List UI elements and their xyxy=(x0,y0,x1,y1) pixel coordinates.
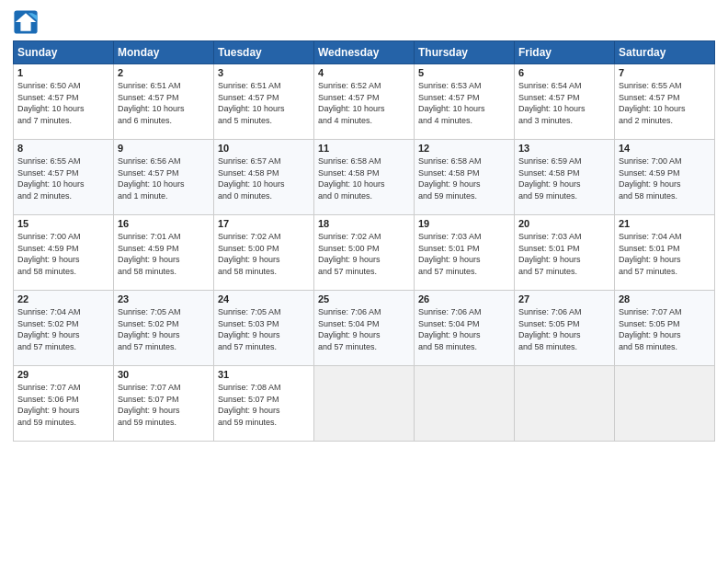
day-info: Sunrise: 6:58 AM Sunset: 4:58 PM Dayligh… xyxy=(418,155,510,201)
day-info: Sunrise: 7:00 AM Sunset: 4:59 PM Dayligh… xyxy=(17,231,109,277)
col-header-saturday: Saturday xyxy=(615,41,715,64)
calendar-cell: 27Sunrise: 7:06 AM Sunset: 5:05 PM Dayli… xyxy=(515,291,615,366)
calendar-cell: 1Sunrise: 6:50 AM Sunset: 4:57 PM Daylig… xyxy=(14,64,114,140)
day-number: 10 xyxy=(218,143,310,154)
logo-icon xyxy=(13,9,39,35)
col-header-tuesday: Tuesday xyxy=(214,41,314,64)
day-number: 26 xyxy=(418,293,510,304)
calendar-cell: 19Sunrise: 7:03 AM Sunset: 5:01 PM Dayli… xyxy=(415,215,515,291)
day-info: Sunrise: 7:05 AM Sunset: 5:03 PM Dayligh… xyxy=(218,306,310,352)
calendar-cell xyxy=(314,366,415,442)
calendar-week-5: 29Sunrise: 7:07 AM Sunset: 5:06 PM Dayli… xyxy=(14,366,715,442)
day-number: 11 xyxy=(318,143,410,154)
calendar-cell: 12Sunrise: 6:58 AM Sunset: 4:58 PM Dayli… xyxy=(415,140,515,215)
calendar-cell: 31Sunrise: 7:08 AM Sunset: 5:07 PM Dayli… xyxy=(214,366,314,442)
calendar-cell: 11Sunrise: 6:58 AM Sunset: 4:58 PM Dayli… xyxy=(314,140,415,215)
calendar-cell: 10Sunrise: 6:57 AM Sunset: 4:58 PM Dayli… xyxy=(214,140,314,215)
calendar-cell xyxy=(415,366,515,442)
day-number: 23 xyxy=(118,293,210,304)
calendar-cell: 23Sunrise: 7:05 AM Sunset: 5:02 PM Dayli… xyxy=(114,291,214,366)
day-info: Sunrise: 7:08 AM Sunset: 5:07 PM Dayligh… xyxy=(218,382,310,428)
day-number: 18 xyxy=(318,218,410,229)
day-info: Sunrise: 7:04 AM Sunset: 5:01 PM Dayligh… xyxy=(619,231,711,277)
day-info: Sunrise: 6:56 AM Sunset: 4:57 PM Dayligh… xyxy=(118,155,210,201)
logo xyxy=(13,9,42,35)
day-number: 3 xyxy=(218,67,310,78)
day-number: 30 xyxy=(118,369,210,380)
day-number: 12 xyxy=(418,143,510,154)
day-number: 2 xyxy=(118,67,210,78)
calendar-cell: 5Sunrise: 6:53 AM Sunset: 4:57 PM Daylig… xyxy=(415,64,515,140)
day-info: Sunrise: 6:59 AM Sunset: 4:58 PM Dayligh… xyxy=(518,155,610,201)
day-number: 25 xyxy=(318,293,410,304)
day-info: Sunrise: 7:01 AM Sunset: 4:59 PM Dayligh… xyxy=(118,231,210,277)
day-info: Sunrise: 6:58 AM Sunset: 4:58 PM Dayligh… xyxy=(318,155,410,201)
calendar-week-3: 15Sunrise: 7:00 AM Sunset: 4:59 PM Dayli… xyxy=(14,215,715,291)
day-info: Sunrise: 7:02 AM Sunset: 5:00 PM Dayligh… xyxy=(218,231,310,277)
calendar-cell: 29Sunrise: 7:07 AM Sunset: 5:06 PM Dayli… xyxy=(14,366,114,442)
col-header-friday: Friday xyxy=(515,41,615,64)
col-header-wednesday: Wednesday xyxy=(314,41,415,64)
calendar-cell: 7Sunrise: 6:55 AM Sunset: 4:57 PM Daylig… xyxy=(615,64,715,140)
day-number: 27 xyxy=(518,293,610,304)
day-info: Sunrise: 7:04 AM Sunset: 5:02 PM Dayligh… xyxy=(17,306,109,352)
header xyxy=(13,9,715,35)
day-number: 6 xyxy=(518,67,610,78)
day-info: Sunrise: 6:51 AM Sunset: 4:57 PM Dayligh… xyxy=(118,80,210,126)
calendar-table: SundayMondayTuesdayWednesdayThursdayFrid… xyxy=(13,40,715,442)
day-info: Sunrise: 7:00 AM Sunset: 4:59 PM Dayligh… xyxy=(619,155,711,201)
calendar-cell: 6Sunrise: 6:54 AM Sunset: 4:57 PM Daylig… xyxy=(515,64,615,140)
day-info: Sunrise: 7:03 AM Sunset: 5:01 PM Dayligh… xyxy=(518,231,610,277)
calendar-cell: 28Sunrise: 7:07 AM Sunset: 5:05 PM Dayli… xyxy=(615,291,715,366)
calendar-cell: 30Sunrise: 7:07 AM Sunset: 5:07 PM Dayli… xyxy=(114,366,214,442)
day-info: Sunrise: 7:06 AM Sunset: 5:04 PM Dayligh… xyxy=(418,306,510,352)
day-number: 29 xyxy=(17,369,109,380)
day-number: 7 xyxy=(619,67,711,78)
calendar-cell xyxy=(615,366,715,442)
day-info: Sunrise: 6:54 AM Sunset: 4:57 PM Dayligh… xyxy=(518,80,610,126)
day-number: 22 xyxy=(17,293,109,304)
calendar-cell: 18Sunrise: 7:02 AM Sunset: 5:00 PM Dayli… xyxy=(314,215,415,291)
col-header-monday: Monday xyxy=(114,41,214,64)
day-info: Sunrise: 7:07 AM Sunset: 5:06 PM Dayligh… xyxy=(17,382,109,428)
calendar-cell: 26Sunrise: 7:06 AM Sunset: 5:04 PM Dayli… xyxy=(415,291,515,366)
day-info: Sunrise: 6:57 AM Sunset: 4:58 PM Dayligh… xyxy=(218,155,310,201)
day-info: Sunrise: 7:06 AM Sunset: 5:05 PM Dayligh… xyxy=(518,306,610,352)
calendar-week-1: 1Sunrise: 6:50 AM Sunset: 4:57 PM Daylig… xyxy=(14,64,715,140)
calendar-cell: 9Sunrise: 6:56 AM Sunset: 4:57 PM Daylig… xyxy=(114,140,214,215)
calendar-cell: 4Sunrise: 6:52 AM Sunset: 4:57 PM Daylig… xyxy=(314,64,415,140)
day-info: Sunrise: 7:03 AM Sunset: 5:01 PM Dayligh… xyxy=(418,231,510,277)
day-info: Sunrise: 7:02 AM Sunset: 5:00 PM Dayligh… xyxy=(318,231,410,277)
calendar-cell: 16Sunrise: 7:01 AM Sunset: 4:59 PM Dayli… xyxy=(114,215,214,291)
day-number: 13 xyxy=(518,143,610,154)
day-number: 19 xyxy=(418,218,510,229)
day-info: Sunrise: 6:52 AM Sunset: 4:57 PM Dayligh… xyxy=(318,80,410,126)
day-number: 31 xyxy=(218,369,310,380)
day-number: 9 xyxy=(118,143,210,154)
col-header-thursday: Thursday xyxy=(415,41,515,64)
day-info: Sunrise: 7:07 AM Sunset: 5:07 PM Dayligh… xyxy=(118,382,210,428)
day-info: Sunrise: 7:06 AM Sunset: 5:04 PM Dayligh… xyxy=(318,306,410,352)
calendar-cell: 22Sunrise: 7:04 AM Sunset: 5:02 PM Dayli… xyxy=(14,291,114,366)
calendar-week-4: 22Sunrise: 7:04 AM Sunset: 5:02 PM Dayli… xyxy=(14,291,715,366)
day-info: Sunrise: 6:51 AM Sunset: 4:57 PM Dayligh… xyxy=(218,80,310,126)
day-info: Sunrise: 7:05 AM Sunset: 5:02 PM Dayligh… xyxy=(118,306,210,352)
day-number: 17 xyxy=(218,218,310,229)
calendar-cell: 8Sunrise: 6:55 AM Sunset: 4:57 PM Daylig… xyxy=(14,140,114,215)
day-number: 4 xyxy=(318,67,410,78)
calendar-cell: 25Sunrise: 7:06 AM Sunset: 5:04 PM Dayli… xyxy=(314,291,415,366)
page-container: SundayMondayTuesdayWednesdayThursdayFrid… xyxy=(0,0,728,449)
calendar-cell xyxy=(515,366,615,442)
calendar-week-2: 8Sunrise: 6:55 AM Sunset: 4:57 PM Daylig… xyxy=(14,140,715,215)
day-info: Sunrise: 6:53 AM Sunset: 4:57 PM Dayligh… xyxy=(418,80,510,126)
day-number: 21 xyxy=(619,218,711,229)
day-number: 24 xyxy=(218,293,310,304)
day-number: 8 xyxy=(17,143,109,154)
calendar-cell: 13Sunrise: 6:59 AM Sunset: 4:58 PM Dayli… xyxy=(515,140,615,215)
day-number: 28 xyxy=(619,293,711,304)
day-info: Sunrise: 6:50 AM Sunset: 4:57 PM Dayligh… xyxy=(17,80,109,126)
day-number: 14 xyxy=(619,143,711,154)
calendar-cell: 14Sunrise: 7:00 AM Sunset: 4:59 PM Dayli… xyxy=(615,140,715,215)
calendar-cell: 15Sunrise: 7:00 AM Sunset: 4:59 PM Dayli… xyxy=(14,215,114,291)
day-number: 5 xyxy=(418,67,510,78)
